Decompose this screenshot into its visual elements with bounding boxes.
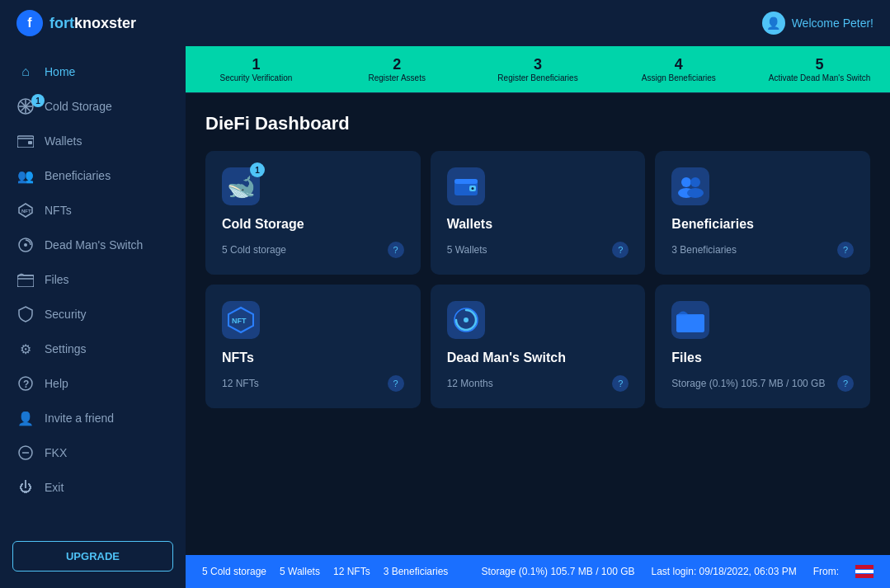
sidebar-label-files: Files xyxy=(45,273,69,286)
sidebar-item-dead-mans-switch[interactable]: Dead Man's Switch xyxy=(0,228,186,262)
wallets-card-title: Wallets xyxy=(447,217,629,232)
beneficiaries-help[interactable]: ? xyxy=(837,242,854,258)
sidebar-item-nfts[interactable]: NFT NFTs xyxy=(0,193,186,228)
svg-rect-29 xyxy=(676,314,704,332)
svg-point-20 xyxy=(681,177,691,187)
logo-text: fortknoxster xyxy=(49,15,136,32)
progress-steps: 1 Security Verification 2 Register Asset… xyxy=(186,46,890,92)
progress-bar: 1 Security Verification 2 Register Asset… xyxy=(186,46,890,93)
nfts-card-footer: 12 NFTs ? xyxy=(222,375,404,392)
beneficiaries-card-icon xyxy=(671,167,709,205)
svg-point-27 xyxy=(464,318,469,322)
sidebar-item-cold-storage[interactable]: 1 Cold Storage xyxy=(0,89,186,124)
sidebar-label-wallets: Wallets xyxy=(45,134,82,148)
progress-step-5: 5 Activate Dead Man's Switch xyxy=(749,46,890,92)
sidebar-label-settings: Settings xyxy=(45,342,87,355)
sidebar-item-beneficiaries[interactable]: 👥 Beneficiaries xyxy=(0,158,186,193)
status-beneficiaries: 3 Beneficiaries xyxy=(384,566,449,577)
card-dead-mans-switch[interactable]: Dead Man's Switch 12 Months ? xyxy=(431,285,646,408)
sidebar-item-security[interactable]: Security xyxy=(0,297,186,332)
settings-icon: ⚙ xyxy=(16,340,35,358)
home-icon: ⌂ xyxy=(16,63,35,81)
sidebar-label-invite: Invite a friend xyxy=(45,412,114,425)
upgrade-button[interactable]: UPGRADE xyxy=(12,541,173,572)
cold-storage-card-footer: 5 Cold storage ? xyxy=(222,242,404,258)
sidebar-item-wallets[interactable]: Wallets xyxy=(0,124,186,158)
sidebar-label-exit: Exit xyxy=(45,481,64,494)
svg-rect-17 xyxy=(454,179,478,184)
user-avatar: 👤 xyxy=(762,12,785,35)
sidebar-label-dms: Dead Man's Switch xyxy=(45,238,143,252)
status-nfts: 12 NFTs xyxy=(333,566,370,577)
dead-mans-switch-icon xyxy=(16,236,35,254)
cold-storage-badge: 1 xyxy=(31,94,45,107)
dms-card-footer: 12 Months ? xyxy=(447,375,629,392)
status-from: From: xyxy=(813,566,839,577)
wallets-card-icon xyxy=(447,167,485,205)
flag-dk xyxy=(855,565,874,578)
logo: f fortknoxster xyxy=(16,10,136,36)
card-files[interactable]: Files Storage (0.1%) 105.7 MB / 100 GB ? xyxy=(655,285,870,408)
dms-help[interactable]: ? xyxy=(612,375,629,392)
sidebar: ⌂ Home 1 Cold Storage xyxy=(0,46,186,588)
nfts-icon: NFT xyxy=(16,201,35,219)
wallets-count: 5 Wallets xyxy=(447,244,487,256)
svg-text:NFT: NFT xyxy=(21,209,31,214)
progress-step-3: 3 Register Beneficiaries xyxy=(468,46,609,92)
status-storage: Storage (0.1%) 105.7 MB / 100 GB xyxy=(481,566,634,577)
cold-storage-count: 5 Cold storage xyxy=(222,244,286,256)
sidebar-item-home[interactable]: ⌂ Home xyxy=(0,54,186,89)
nfts-help[interactable]: ? xyxy=(388,375,404,392)
status-bar-left: 5 Cold storage 5 Wallets 12 NFTs 3 Benef… xyxy=(202,566,448,577)
sidebar-label-nfts: NFTs xyxy=(45,204,72,217)
card-cold-storage[interactable]: 🐋 1 Cold Storage 5 Cold storage ? xyxy=(205,151,421,275)
cold-storage-help[interactable]: ? xyxy=(388,242,404,258)
security-icon xyxy=(16,305,35,323)
user-info: 👤 Welcome Peter! xyxy=(762,12,874,35)
sidebar-item-exit[interactable]: ⏻ Exit xyxy=(0,470,186,505)
beneficiaries-card-footer: 3 Beneficiaries ? xyxy=(671,242,854,258)
sidebar-item-fkx[interactable]: FKX xyxy=(0,435,186,470)
sidebar-item-files[interactable]: Files xyxy=(0,262,186,297)
files-icon xyxy=(16,270,35,289)
progress-step-4: 4 Assign Beneficiaries xyxy=(608,46,749,92)
progress-step-2: 2 Register Assets xyxy=(327,46,468,92)
svg-point-19 xyxy=(471,187,473,190)
beneficiaries-icon: 👥 xyxy=(16,167,35,185)
progress-step-1: 1 Security Verification xyxy=(186,46,327,92)
card-beneficiaries[interactable]: Beneficiaries 3 Beneficiaries ? xyxy=(655,151,870,275)
wallets-icon xyxy=(16,132,35,150)
files-count: Storage (0.1%) 105.7 MB / 100 GB xyxy=(671,378,825,389)
welcome-text: Welcome Peter! xyxy=(792,16,874,30)
sidebar-label-beneficiaries: Beneficiaries xyxy=(45,169,111,182)
sidebar-item-help[interactable]: ? Help xyxy=(0,366,186,401)
sidebar-label-security: Security xyxy=(45,308,87,321)
beneficiaries-card-title: Beneficiaries xyxy=(671,217,854,232)
dashboard: DieFi Dashboard 🐋 1 Cold Storage 5 Cold … xyxy=(186,93,890,555)
files-card-footer: Storage (0.1%) 105.7 MB / 100 GB ? xyxy=(671,375,854,392)
dms-card-icon xyxy=(447,301,485,339)
cold-storage-card-icon: 🐋 1 xyxy=(222,167,260,205)
svg-rect-6 xyxy=(28,141,32,144)
svg-rect-11 xyxy=(17,275,34,287)
cold-storage-badge: 1 xyxy=(250,162,265,177)
help-icon: ? xyxy=(16,374,35,393)
card-wallets[interactable]: Wallets 5 Wallets ? xyxy=(431,151,646,275)
status-wallets: 5 Wallets xyxy=(280,566,320,577)
nfts-card-title: NFTs xyxy=(222,350,404,365)
status-last-login: Last login: 09/18/2022, 06:03 PM xyxy=(652,566,797,577)
card-nfts[interactable]: NFT NFTs 12 NFTs ? xyxy=(205,285,421,408)
sidebar-item-settings[interactable]: ⚙ Settings xyxy=(0,332,186,366)
status-cold-storage: 5 Cold storage xyxy=(202,566,266,577)
sidebar-label-fkx: FKX xyxy=(45,446,67,459)
wallets-help[interactable]: ? xyxy=(612,242,629,258)
files-card-icon xyxy=(671,301,709,339)
svg-point-21 xyxy=(690,177,700,187)
status-bar-right: Storage (0.1%) 105.7 MB / 100 GB Last lo… xyxy=(481,565,874,578)
sidebar-item-invite[interactable]: 👤 Invite a friend xyxy=(0,401,186,435)
nfts-count: 12 NFTs xyxy=(222,378,259,389)
status-bar: 5 Cold storage 5 Wallets 12 NFTs 3 Benef… xyxy=(186,555,890,588)
files-help[interactable]: ? xyxy=(837,375,854,392)
sidebar-label-help: Help xyxy=(45,377,68,390)
main-layout: ⌂ Home 1 Cold Storage xyxy=(0,46,890,588)
